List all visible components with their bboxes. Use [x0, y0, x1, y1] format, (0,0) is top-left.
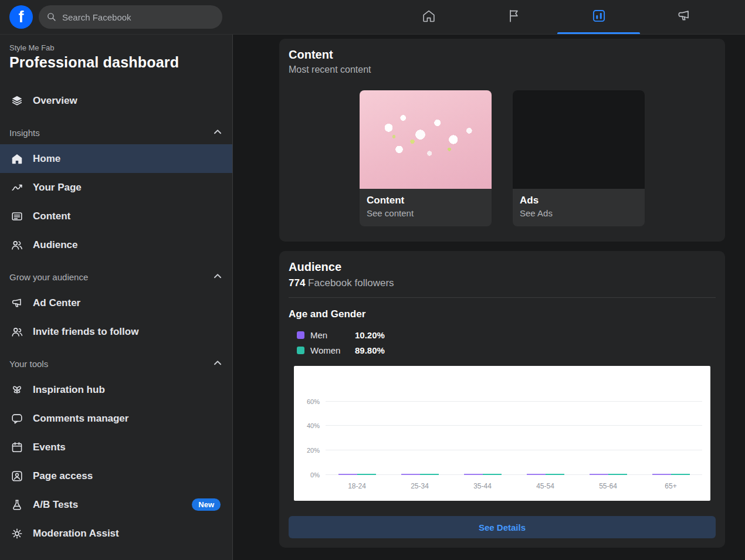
legend-row-women: Women 89.80%	[289, 342, 716, 358]
age-gender-chart: 0%20%40%60% 18-2425-3435-4445-5455-6465+	[294, 366, 710, 501]
layers-icon	[9, 94, 25, 107]
sidebar-item-label: Page access	[33, 470, 223, 482]
section-insights[interactable]: Insights	[0, 121, 232, 144]
tab-ads[interactable]	[641, 0, 726, 34]
bar-men	[338, 474, 357, 475]
y-tick-label: 60%	[307, 398, 320, 405]
sidebar-item-events[interactable]: Events	[0, 433, 232, 461]
content-card: Content Most recent content Content See …	[279, 39, 725, 242]
x-tick-label: 25-34	[401, 482, 439, 490]
audience-card-title: Audience	[289, 260, 716, 274]
top-nav	[386, 0, 726, 34]
chevron-up-icon	[212, 127, 223, 139]
flask-icon	[9, 498, 25, 511]
bar-group	[401, 474, 439, 475]
sidebar-item-label: Audience	[33, 239, 223, 251]
sidebar-item-label: Your Page	[33, 182, 223, 194]
tab-pages[interactable]	[471, 0, 556, 34]
bar-group	[526, 474, 565, 475]
page-name: Style Me Fab	[0, 43, 232, 52]
see-details-button[interactable]: See Details	[289, 516, 716, 538]
section-grow-your-audience[interactable]: Grow your audience	[0, 265, 232, 289]
chart-plot: 0%20%40%60%	[326, 392, 702, 475]
sidebar-item-overview[interactable]: Overview	[0, 86, 232, 115]
megaphone-icon	[676, 8, 692, 26]
bar-women	[546, 474, 564, 475]
tab-insights[interactable]	[556, 0, 641, 34]
sidebar-item-page-access[interactable]: Page access	[0, 461, 232, 490]
facebook-logo[interactable]: f	[9, 5, 33, 29]
content-tiles: Content See content Ads See Ads	[289, 90, 716, 226]
sidebar-item-ad-center[interactable]: Ad Center	[0, 289, 232, 317]
sidebar-item-label: Home	[33, 153, 223, 165]
search-input[interactable]	[39, 5, 222, 29]
megaphone-icon	[9, 297, 25, 310]
tile-label: Content	[367, 195, 485, 206]
sidebar-item-label: Comments manager	[33, 413, 223, 425]
y-tick-label: 0%	[310, 471, 320, 478]
sidebar-item-audience[interactable]: Audience	[0, 230, 232, 259]
x-tick-label: 35-44	[463, 482, 502, 490]
content-card-title: Content	[289, 48, 716, 62]
y-tick-label: 20%	[307, 447, 320, 454]
see-content-link[interactable]: See content	[367, 208, 485, 218]
bar-women	[357, 474, 376, 475]
sidebar-item-content[interactable]: Content	[0, 202, 232, 230]
person-card-icon	[9, 470, 25, 483]
bar-group	[463, 474, 502, 475]
followers-count: 774	[289, 277, 305, 289]
chevron-up-icon	[212, 271, 223, 283]
bar-men	[590, 474, 608, 475]
flag-icon	[506, 8, 522, 26]
sidebar-item-invite-friends[interactable]: Invite friends to follow	[0, 317, 232, 346]
legend-label: Women	[310, 345, 355, 355]
comment-bubble-icon	[9, 412, 25, 425]
x-tick-label: 45-54	[526, 482, 565, 490]
insights-icon	[591, 8, 607, 26]
bar-men	[652, 474, 671, 475]
butterfly-icon	[9, 383, 25, 396]
people-icon	[9, 239, 25, 252]
section-label: Insights	[9, 128, 40, 138]
bar-men	[401, 474, 420, 475]
sidebar-item-home[interactable]: Home	[0, 144, 232, 173]
followers-text: Facebook followers	[305, 277, 394, 289]
chart-bars	[326, 392, 702, 475]
new-badge: New	[192, 498, 221, 511]
bar-women	[671, 474, 690, 475]
sidebar-item-your-page[interactable]: Your Page	[0, 173, 232, 202]
y-tick-label: 40%	[307, 422, 320, 429]
bar-group	[338, 474, 377, 475]
x-tick-label: 55-64	[589, 482, 628, 490]
audience-card: Audience 774 Facebook followers Age and …	[279, 251, 725, 548]
legend-value: 89.80%	[355, 345, 385, 355]
sidebar-item-label: A/B Tests	[33, 499, 184, 511]
ads-tile[interactable]: Ads See Ads	[513, 90, 645, 226]
sidebar-item-comments-manager[interactable]: Comments manager	[0, 404, 232, 433]
bar-group	[589, 474, 628, 475]
sidebar-item-inspiration-hub[interactable]: Inspiration hub	[0, 375, 232, 404]
section-your-tools[interactable]: Your tools	[0, 352, 232, 375]
section-label: Your tools	[9, 359, 48, 369]
sidebar-item-label: Content	[33, 211, 223, 222]
see-ads-link[interactable]: See Ads	[520, 208, 638, 218]
trend-line-icon	[9, 181, 25, 194]
followers-count-line: 774 Facebook followers	[289, 277, 716, 289]
sidebar-item-ab-tests[interactable]: A/B Tests New	[0, 490, 232, 519]
sidebar-item-label: Moderation Assist	[33, 528, 223, 539]
chevron-up-icon	[212, 358, 223, 370]
content-tile[interactable]: Content See content	[360, 90, 492, 226]
main-content: Content Most recent content Content See …	[233, 34, 745, 560]
bar-group	[652, 474, 690, 475]
sidebar-item-moderation-assist[interactable]: Moderation Assist	[0, 519, 232, 548]
sidebar-item-label: Overview	[33, 95, 223, 107]
legend-value: 10.20%	[355, 330, 385, 340]
home-icon	[421, 8, 436, 26]
legend-swatch	[297, 347, 304, 354]
top-bar: f	[0, 0, 745, 34]
search-wrap	[39, 5, 222, 29]
tab-home[interactable]	[386, 0, 471, 34]
gear-icon	[9, 527, 25, 540]
bar-women	[483, 474, 502, 475]
bar-women	[420, 474, 439, 475]
